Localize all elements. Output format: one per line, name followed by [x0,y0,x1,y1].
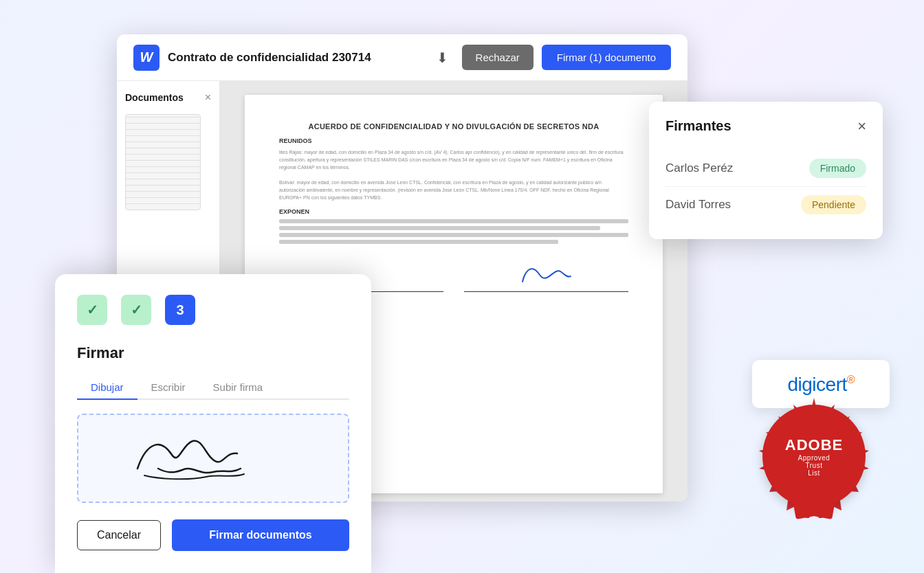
doc-body-text: lites Rajas: mayor de edad, con domicili… [279,148,628,172]
digicert-name: digicert [787,374,846,395]
section-exponen: EXPONEN [279,208,628,215]
text-line [279,219,628,223]
modal-title: Firmar [77,344,349,362]
firmado-badge-1: Firmado [809,159,866,178]
tab-dibujar[interactable]: Dibujar [77,376,138,400]
tab-subir-firma[interactable]: Subir firma [199,376,277,400]
seal-text-trust: Trust [806,462,823,469]
step-indicators: ✓ ✓ 3 [77,295,349,325]
seal-circle: ADOBE Approved Trust List [762,405,866,508]
wordmark-letter: W [140,49,153,65]
sign-modal: ✓ ✓ 3 Firmar Dibujar Escribir Subir firm… [55,274,371,573]
existing-signature-svg [519,261,574,289]
adobe-seal: ADOBE Approved Trust List [752,394,876,518]
header-bar: W Contrato de confidencialidad 230714 ⬇ … [117,34,688,81]
sidebar-header: Documentos × [125,92,211,103]
signature-tabs: Dibujar Escribir Subir firma [77,376,349,400]
sign-document-button[interactable]: Firmar (1) documento [542,45,671,70]
firmante-row-1: Carlos Peréz Firmado [666,150,866,187]
download-icon[interactable]: ⬇ [431,47,454,69]
doc-lines-block [279,219,628,244]
close-sidebar-button[interactable]: × [205,92,211,103]
firmantes-panel: Firmantes × Carlos Peréz Firmado David T… [649,102,883,239]
thumbnail-preview [126,115,200,210]
section-reunidos: REUNIDOS [279,137,628,144]
seal-outer: ADOBE Approved Trust List [752,394,876,518]
signature-drawing [78,415,348,502]
tab-escribir[interactable]: Escribir [138,376,199,400]
nda-title: ACUERDO DE CONFIDENCIALIDAD Y NO DIVULGA… [279,122,628,131]
sign-documents-button[interactable]: Firmar documentos [172,519,349,551]
text-line [279,233,628,237]
close-firmantes-button[interactable]: × [857,119,866,134]
seal-text-adobe: ADOBE [785,436,843,454]
document-title: Contrato de confidencialidad 230714 [168,51,423,65]
text-line [279,240,558,244]
digicert-registered: ® [847,374,855,385]
wordmark-logo: W [133,45,160,71]
document-thumbnail[interactable] [125,114,201,210]
signature-box-2[interactable] [464,258,628,292]
modal-footer: Cancelar Firmar documentos [77,519,349,551]
cancel-button[interactable]: Cancelar [77,520,161,550]
step-2-check: ✓ [121,295,151,325]
firmante-name-1: Carlos Peréz [666,161,733,175]
firmantes-title: Firmantes [666,118,732,134]
firmantes-header: Firmantes × [666,118,866,134]
signature-canvas[interactable] [77,414,349,503]
sidebar-title: Documentos [125,92,184,103]
step-1-check: ✓ [77,295,107,325]
text-line [279,226,600,230]
doc-body-text2: Bolívar: mayor de edad, con domicilio en… [279,179,628,202]
drawn-signature-svg [117,420,309,496]
firmante-name-2: David Torres [666,198,731,212]
seal-text-list: List [808,469,820,477]
pendiente-badge-2: Pendiente [801,195,866,214]
seal-text-approved: Approved [798,454,830,462]
firmante-row-2: David Torres Pendiente [666,187,866,223]
digicert-logo-text: digicert® [787,372,854,396]
step-3-number: 3 [165,295,195,325]
reject-button[interactable]: Rechazar [462,45,534,70]
